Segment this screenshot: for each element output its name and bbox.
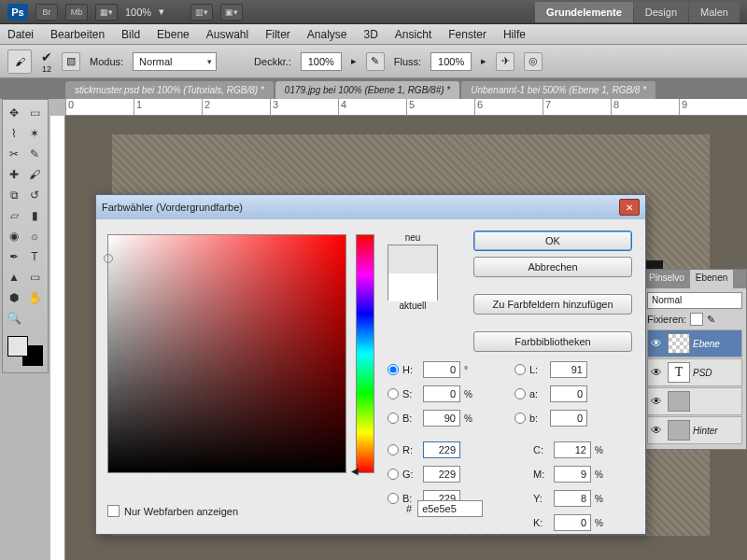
menu-ebene[interactable]: Ebene: [157, 28, 190, 41]
menu-bearbeiten[interactable]: Bearbeiten: [50, 28, 105, 41]
doc-tab-0179[interactable]: 0179.jpg bei 100% (Ebene 1, RGB/8#) *: [275, 81, 459, 99]
type-tool[interactable]: T: [25, 247, 44, 266]
a-input[interactable]: 0: [550, 385, 587, 402]
shape-tool[interactable]: ▭: [25, 268, 44, 287]
menu-3d[interactable]: 3D: [364, 28, 378, 41]
arrange-button[interactable]: ▥▾: [190, 4, 213, 21]
ok-button[interactable]: OK: [473, 231, 632, 251]
hue-slider[interactable]: ◀: [356, 234, 374, 473]
3d-tool[interactable]: ⬢: [5, 288, 23, 307]
brush-tool[interactable]: 🖌: [25, 165, 44, 184]
b-lab-input[interactable]: 0: [550, 410, 587, 427]
r-input[interactable]: 229: [423, 441, 460, 458]
brush-panel-toggle-icon[interactable]: ▧: [62, 52, 80, 71]
color-swatches[interactable]: [5, 333, 46, 369]
b-hsb-input[interactable]: 90: [423, 410, 460, 427]
menu-filter[interactable]: Filter: [265, 28, 290, 41]
menu-auswahl[interactable]: Auswahl: [206, 28, 248, 41]
screenmode-button[interactable]: ▣▾: [220, 4, 243, 21]
eraser-tool[interactable]: ▱: [5, 206, 23, 225]
quickselect-tool[interactable]: ✶: [25, 124, 44, 143]
radio-s[interactable]: [388, 388, 399, 399]
lock-transparency-icon[interactable]: [690, 313, 703, 326]
menu-hilfe[interactable]: Hilfe: [503, 28, 526, 41]
bridge-button[interactable]: Br: [35, 4, 58, 21]
visibility-icon[interactable]: 👁: [648, 337, 665, 350]
layer-row-hintergrund[interactable]: 👁 Hinter: [647, 416, 742, 444]
opacity-input[interactable]: 100%: [301, 52, 342, 71]
layer-row-ebene[interactable]: 👁 Ebene: [647, 329, 742, 357]
menu-analyse[interactable]: Analyse: [307, 28, 347, 41]
pressure-size-icon[interactable]: ◎: [524, 52, 543, 71]
marquee-tool[interactable]: ▭: [25, 104, 44, 122]
foreground-color-swatch[interactable]: [7, 336, 28, 357]
menu-fenster[interactable]: Fenster: [448, 28, 486, 41]
brush-tool-preset-icon[interactable]: 🖌: [7, 49, 32, 74]
add-swatch-button[interactable]: Zu Farbfeldern hinzufügen: [473, 294, 632, 315]
l-input[interactable]: 91: [550, 361, 587, 378]
radio-b-hsb[interactable]: [388, 413, 399, 424]
m-input[interactable]: 9: [554, 466, 591, 483]
workspace-tab-grundelemente[interactable]: Grundelemente: [535, 2, 633, 22]
blur-tool[interactable]: ◉: [5, 227, 23, 245]
doc-tab-unbenannt[interactable]: Unbenannt-1 bei 500% (Ebene 1, RGB/8 *: [461, 81, 655, 99]
dodge-tool[interactable]: ☼: [25, 227, 44, 245]
hand-tool[interactable]: ✋: [25, 288, 44, 307]
saturation-value-field[interactable]: [107, 234, 346, 473]
layer-row-pattern[interactable]: 👁: [647, 387, 742, 415]
move-tool[interactable]: ✥: [5, 104, 23, 122]
close-button[interactable]: ✕: [619, 199, 640, 216]
doc-tab-stickmuster[interactable]: stickmuster.psd bei 100% (Tutorials, RGB…: [65, 81, 274, 99]
visibility-icon[interactable]: 👁: [648, 366, 665, 379]
path-select-tool[interactable]: ▲: [5, 268, 23, 287]
radio-g[interactable]: [388, 469, 399, 480]
tab-pinselvorgaben[interactable]: Pinselvo: [643, 270, 690, 288]
g-input[interactable]: 229: [423, 466, 460, 483]
airbrush-icon[interactable]: ✈: [496, 52, 514, 71]
flow-input[interactable]: 100%: [430, 52, 472, 71]
radio-h[interactable]: [388, 364, 399, 375]
current-color-swatch[interactable]: [388, 273, 437, 301]
zoom-level[interactable]: 100%: [125, 7, 151, 18]
gradient-tool[interactable]: ▮: [25, 206, 44, 225]
lock-brush-icon[interactable]: ✎: [707, 314, 715, 326]
layer-blendmode-dropdown[interactable]: Normal: [647, 292, 742, 309]
radio-b-rgb[interactable]: [388, 493, 399, 504]
blend-mode-dropdown[interactable]: Normal: [133, 52, 217, 71]
workspace-tab-design[interactable]: Design: [634, 2, 688, 22]
zoom-caret-icon[interactable]: ▾: [159, 6, 164, 18]
tab-ebenen[interactable]: Ebenen: [690, 270, 733, 288]
workspace-tab-malen[interactable]: Malen: [689, 2, 740, 22]
radio-a[interactable]: [514, 388, 526, 399]
stamp-tool[interactable]: ⧉: [5, 186, 23, 204]
view-extras-button[interactable]: ▦▾: [95, 4, 118, 21]
cancel-button[interactable]: Abbrechen: [473, 257, 632, 277]
history-brush-tool[interactable]: ↺: [25, 186, 44, 204]
hex-input[interactable]: e5e5e5: [417, 500, 483, 517]
radio-b-lab[interactable]: [514, 413, 526, 424]
radio-l[interactable]: [514, 364, 526, 375]
k-input[interactable]: 0: [554, 514, 591, 531]
menu-ansicht[interactable]: Ansicht: [395, 28, 431, 41]
menu-bild[interactable]: Bild: [121, 28, 140, 41]
visibility-icon[interactable]: 👁: [648, 395, 665, 408]
h-input[interactable]: 0: [423, 361, 460, 378]
web-colors-checkbox[interactable]: Nur Webfarben anzeigen: [107, 505, 238, 517]
checkbox-icon[interactable]: [107, 505, 120, 517]
pen-tool[interactable]: ✒: [5, 247, 23, 266]
eyedropper-tool[interactable]: ✎: [25, 145, 44, 163]
s-input[interactable]: 0: [423, 385, 460, 402]
layer-row-psd[interactable]: 👁 T PSD: [647, 358, 742, 386]
minibridge-button[interactable]: Mb: [65, 4, 88, 21]
zoom-tool[interactable]: 🔍: [5, 309, 23, 328]
y-input[interactable]: 8: [554, 490, 591, 507]
visibility-icon[interactable]: 👁: [648, 424, 665, 437]
radio-r[interactable]: [388, 444, 399, 455]
color-libraries-button[interactable]: Farbbibliotheken: [473, 331, 632, 352]
lasso-tool[interactable]: ⌇: [5, 124, 23, 143]
healing-tool[interactable]: ✚: [5, 165, 23, 184]
c-input[interactable]: 12: [554, 441, 591, 458]
flow-flyout-icon[interactable]: ▸: [481, 55, 486, 67]
dialog-titlebar[interactable]: Farbwähler (Vordergrundfarbe) ✕: [96, 195, 645, 219]
menu-datei[interactable]: Datei: [7, 28, 34, 41]
